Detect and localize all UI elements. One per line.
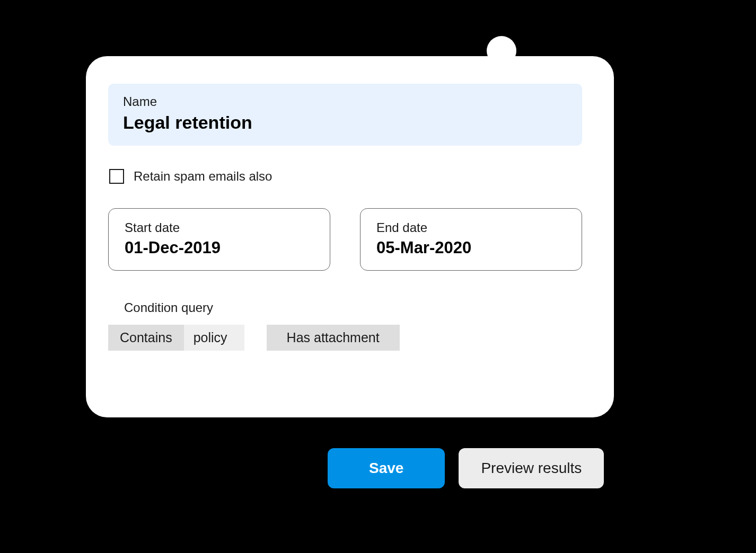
retain-spam-checkbox[interactable]: [109, 169, 124, 184]
retain-spam-row: Retain spam emails also: [109, 169, 582, 184]
condition-query-label: Condition query: [124, 300, 582, 315]
end-date-value: 05-Mar-2020: [376, 238, 566, 257]
start-date-picker[interactable]: Start date 01-Dec-2019: [108, 208, 330, 271]
action-button-row: Save Preview results: [328, 448, 604, 488]
retain-spam-label: Retain spam emails also: [134, 169, 272, 184]
condition-chip-contains[interactable]: Contains policy: [108, 325, 244, 351]
date-range-row: Start date 01-Dec-2019 End date 05-Mar-2…: [108, 208, 582, 271]
name-input-section[interactable]: Name Legal retention: [108, 84, 582, 146]
condition-query-section: Condition query Contains policy Has atta…: [124, 300, 582, 351]
save-button[interactable]: Save: [328, 448, 445, 488]
condition-operator: Contains: [108, 325, 184, 351]
preview-results-button[interactable]: Preview results: [459, 448, 604, 488]
name-field-value: Legal retention: [123, 112, 567, 133]
condition-chips-row: Contains policy Has attachment: [108, 325, 582, 351]
start-date-value: 01-Dec-2019: [125, 238, 314, 257]
start-date-label: Start date: [125, 220, 314, 235]
name-field-label: Name: [123, 94, 567, 109]
end-date-label: End date: [376, 220, 566, 235]
condition-value: policy: [184, 325, 244, 351]
condition-chip-attachment[interactable]: Has attachment: [267, 325, 400, 351]
end-date-picker[interactable]: End date 05-Mar-2020: [360, 208, 582, 271]
retention-form-card: Name Legal retention Retain spam emails …: [86, 56, 614, 417]
